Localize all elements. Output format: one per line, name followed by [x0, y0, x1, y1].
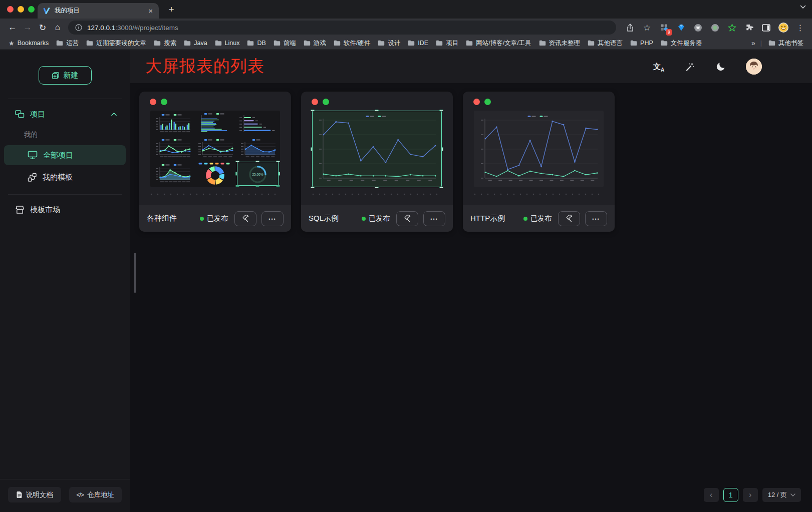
profile-smiley-avatar[interactable] [776, 21, 790, 34]
project-card[interactable]: HTTP示例 已发布 ••• [463, 92, 615, 232]
bookmarks-star-icon: ★ [9, 40, 15, 47]
selected-gauge-widget[interactable]: 25.00% [237, 162, 279, 186]
folder-icon [588, 40, 595, 46]
pagination-next-button[interactable]: › [743, 488, 758, 502]
bookmark-folder[interactable]: 其他语言 [586, 39, 624, 48]
card-more-button[interactable]: ••• [585, 211, 607, 226]
tab-close-icon[interactable]: × [147, 7, 154, 15]
magic-wand-icon[interactable] [684, 61, 696, 73]
bookmark-star-icon[interactable]: ☆ [640, 21, 654, 34]
bookmark-folder[interactable]: 游戏 [302, 39, 328, 48]
bookmarks-overflow-chevrons[interactable]: » [751, 39, 755, 47]
pagination-prev-button[interactable]: ‹ [704, 488, 719, 502]
bookmark-label: 文件服务器 [671, 39, 702, 48]
bookmark-folder[interactable]: IDE [406, 40, 430, 47]
bookmark-folder[interactable]: 项目 [434, 39, 460, 48]
sidebar-item-my-templates[interactable]: 我的模板 [4, 167, 126, 187]
card-footer: 各种组件 已发布 ••• [139, 205, 291, 232]
project-preview-selected[interactable] [312, 111, 442, 187]
docs-button[interactable]: 说明文档 [8, 487, 61, 502]
project-card[interactable]: SQL示例 已发布 ••• [301, 92, 453, 232]
repo-button-label: 仓库地址 [87, 490, 114, 499]
folder-icon [274, 40, 281, 46]
bookmark-folder[interactable]: 软件/硬件 [332, 39, 372, 48]
repo-button[interactable]: </> 仓库地址 [69, 487, 122, 502]
sidebar-item-template-market[interactable]: 模板市场 [0, 200, 130, 220]
sidebar-item-all-projects[interactable]: 全部项目 [4, 145, 126, 165]
bookmark-folder[interactable]: 搜索 [152, 39, 178, 48]
pagination-current-page[interactable]: 1 [723, 488, 738, 502]
gem-extension-icon[interactable] [674, 21, 688, 34]
site-info-icon[interactable] [75, 24, 82, 31]
header-actions: 文A [653, 50, 762, 83]
project-preview[interactable] [474, 111, 604, 187]
extensions-puzzle-icon[interactable] [742, 21, 756, 34]
bookmark-folder[interactable]: 网站/博客/文章/工具 [464, 39, 532, 48]
bookmark-folder[interactable]: 运营 [55, 39, 80, 48]
bookmark-folder[interactable]: 设计 [376, 39, 402, 48]
svg-text:25.00%: 25.00% [252, 172, 263, 176]
bookmark-folder[interactable]: 近期需要读的文章 [85, 39, 148, 48]
card-more-button[interactable]: ••• [423, 211, 445, 226]
bookmark-folder[interactable]: Linux [213, 40, 241, 47]
bookmark-folder[interactable]: 前端 [272, 39, 298, 48]
url-text: 127.0.0.1:3000/#/project/items [87, 23, 178, 32]
dark-mode-moon-icon[interactable] [715, 61, 727, 73]
bookmark-folder[interactable]: Java [182, 40, 208, 47]
command-circle-extension-icon[interactable] [691, 21, 705, 34]
browser-tab[interactable]: 我的项目 × [38, 3, 159, 19]
document-icon [16, 491, 23, 498]
bookmarks-root[interactable]: ★ Bookmarks [7, 40, 50, 47]
home-button[interactable]: ⌂ [50, 20, 65, 35]
reload-button[interactable]: ↻ [35, 20, 50, 35]
project-card[interactable]: 25.00% 各种组件 已发布 ••• [139, 92, 291, 232]
forward-button[interactable]: → [20, 20, 35, 35]
code-icon: </> [77, 491, 84, 498]
new-project-button[interactable]: 新建 [39, 66, 92, 85]
bookmark-folder[interactable]: 文件服务器 [659, 39, 704, 48]
bookmark-folder[interactable]: DB [245, 40, 267, 47]
tab-search-chevron-icon[interactable] [800, 5, 806, 9]
minimize-window-button[interactable] [18, 6, 24, 13]
bookmark-folder[interactable]: 资讯未整理 [537, 39, 582, 48]
green-star-extension-icon[interactable] [725, 21, 739, 34]
url-bar[interactable]: 127.0.0.1:3000/#/project/items [68, 21, 616, 35]
folder-icon [661, 40, 668, 46]
red-dot [312, 99, 318, 105]
other-bookmarks-folder[interactable]: 其他书签 [767, 39, 805, 48]
scrollbar-thumb[interactable] [134, 253, 136, 293]
side-panel-icon[interactable] [759, 21, 773, 34]
bookmark-label: PHP [640, 40, 653, 47]
chevron-up-icon[interactable] [111, 113, 117, 116]
new-tab-button[interactable]: + [165, 4, 177, 16]
hammer-icon [565, 214, 574, 223]
sidebar-group-project[interactable]: 项目 [0, 104, 130, 124]
folder-icon [630, 40, 637, 46]
back-button[interactable]: ← [5, 20, 20, 35]
folder-icon [334, 40, 341, 46]
browser-menu-kebab-icon[interactable]: ⋮ [793, 21, 807, 34]
folder-icon [466, 40, 473, 46]
language-translate-icon[interactable]: 文A [653, 61, 665, 73]
dot-circle-extension-icon[interactable] [708, 21, 722, 34]
page-size-select[interactable]: 12 / 页 [762, 488, 801, 502]
bookmarks-right: » | 其他书签 [751, 39, 805, 48]
sidebar-item-template-market-label: 模板市场 [30, 205, 60, 215]
edit-hammer-button[interactable] [558, 211, 580, 226]
user-avatar[interactable] [746, 59, 762, 75]
edit-hammer-button[interactable] [396, 211, 418, 226]
bookmark-label: 近期需要读的文章 [96, 39, 146, 48]
published-dot [200, 217, 204, 221]
zoom-window-button[interactable] [28, 6, 35, 13]
browser-chrome: 我的项目 × + ← → ↻ ⌂ 127.0.0.1:3000/#/projec… [0, 0, 812, 50]
red-dot [150, 99, 156, 105]
project-preview[interactable]: 25.00% [150, 111, 280, 187]
share-icon[interactable] [623, 21, 637, 34]
close-window-button[interactable] [7, 6, 14, 13]
sidebar: 新建 项目 我的 全部项目 [0, 50, 130, 512]
extension-grid-icon[interactable]: 9 [657, 21, 671, 34]
bookmark-folder[interactable]: PHP [629, 40, 655, 47]
status-badge: 已发布 [200, 214, 228, 223]
card-more-button[interactable]: ••• [261, 211, 284, 226]
edit-hammer-button[interactable] [234, 211, 256, 226]
